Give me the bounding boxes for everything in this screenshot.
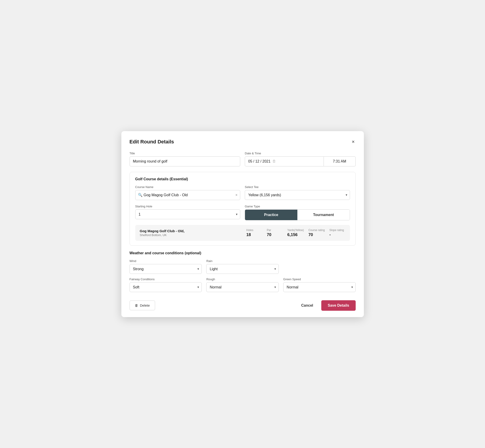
select-tee-dropdown[interactable]: Yellow (6,156 yards) White Red Blue <box>245 190 350 200</box>
wind-wrap: NoneLightModerateStrongVery Strong ▾ <box>129 264 202 274</box>
slope-rating-value: - <box>330 232 331 237</box>
green-speed-label: Green Speed <box>283 278 356 281</box>
search-icon: 🔍 <box>138 193 143 197</box>
course-name-label: Course Name <box>135 185 241 189</box>
course-name-main: Gog Magog Golf Club - Old, <box>140 229 242 233</box>
cancel-button[interactable]: Cancel <box>298 301 317 310</box>
course-rating-stat: Course rating 70 <box>308 229 325 237</box>
edit-round-modal: Edit Round Details × Title Date & Time 0… <box>121 131 364 317</box>
datetime-row: 05 / 12 / 2021 🗓 7:31 AM <box>245 156 356 166</box>
rough-label: Rough <box>206 278 279 281</box>
holes-stat: Holes 18 <box>246 229 262 237</box>
rough-wrap: NormalLongShort ▾ <box>206 282 279 292</box>
delete-label: Delete <box>140 304 150 307</box>
starting-hole-label: Starting Hole <box>135 205 241 208</box>
rough-field-group: Rough NormalLongShort ▾ <box>206 278 279 292</box>
modal-title: Edit Round Details <box>129 139 174 145</box>
fairway-wrap: SoftNormalHard ▾ <box>129 282 202 292</box>
weather-title: Weather and course conditions (optional) <box>129 251 356 255</box>
time-input-box[interactable]: 7:31 AM <box>324 156 356 166</box>
title-label: Title <box>129 152 241 155</box>
course-name-tee-row: Course Name 🔍 × Select Tee Yellow (6,156… <box>135 185 350 200</box>
rain-field-group: Rain NoneLightModerateHeavy ▾ <box>206 259 279 274</box>
top-row: Title Date & Time 05 / 12 / 2021 🗓 7:31 … <box>129 152 356 166</box>
slope-rating-stat: Slope rating - <box>330 229 345 237</box>
fairway-rough-green-row: Fairway Conditions SoftNormalHard ▾ Roug… <box>129 278 356 292</box>
course-rating-label: Course rating <box>308 229 325 232</box>
rain-dropdown[interactable]: NoneLightModerateHeavy <box>206 264 279 274</box>
starting-hole-wrap: 1234 5678 910 ▾ <box>135 209 241 219</box>
select-tee-label: Select Tee <box>245 185 350 189</box>
calendar-icon: 🗓 <box>272 159 276 163</box>
yards-value: 6,156 <box>287 232 298 237</box>
par-label: Par <box>267 229 271 232</box>
green-speed-dropdown[interactable]: SlowNormalFastVery Fast <box>283 282 356 292</box>
delete-button[interactable]: 🗑 Delete <box>129 301 155 310</box>
fairway-label: Fairway Conditions <box>129 278 202 281</box>
tournament-button[interactable]: Tournament <box>297 210 350 220</box>
date-input-box[interactable]: 05 / 12 / 2021 🗓 <box>245 156 324 166</box>
holes-value: 18 <box>246 232 251 237</box>
course-info-row: Gog Magog Golf Club - Old, Shelford Bott… <box>135 225 350 241</box>
green-speed-field-group: Green Speed SlowNormalFastVery Fast ▾ <box>283 278 356 292</box>
practice-button[interactable]: Practice <box>245 210 297 220</box>
clear-icon[interactable]: × <box>235 193 237 197</box>
yards-label: Yards(Yellow) <box>287 229 304 232</box>
par-value: 70 <box>267 232 271 237</box>
footer-right: Cancel Save Details <box>298 300 356 311</box>
starting-hole-field-group: Starting Hole 1234 5678 910 ▾ <box>135 205 241 220</box>
select-tee-wrap: Yellow (6,156 yards) White Red Blue ▾ <box>245 190 350 200</box>
course-name-sub: Shelford Bottom, UK <box>140 233 242 237</box>
rain-label: Rain <box>206 259 279 263</box>
rough-dropdown[interactable]: NormalLongShort <box>206 282 279 292</box>
golf-course-title: Golf Course details (Essential) <box>135 177 350 181</box>
modal-footer: 🗑 Delete Cancel Save Details <box>129 297 356 311</box>
trash-icon: 🗑 <box>135 304 138 307</box>
course-name-search-wrap: 🔍 × <box>135 190 241 200</box>
fairway-field-group: Fairway Conditions SoftNormalHard ▾ <box>129 278 202 292</box>
fairway-dropdown[interactable]: SoftNormalHard <box>129 282 202 292</box>
save-button[interactable]: Save Details <box>321 300 356 311</box>
slope-rating-label: Slope rating <box>330 229 344 232</box>
golf-course-section: Golf Course details (Essential) Course N… <box>129 172 356 246</box>
time-value: 7:31 AM <box>333 159 346 163</box>
wind-label: Wind <box>129 259 202 263</box>
wind-rain-row: Wind NoneLightModerateStrongVery Strong … <box>129 259 356 274</box>
wind-dropdown[interactable]: NoneLightModerateStrongVery Strong <box>129 264 202 274</box>
wind-field-group: Wind NoneLightModerateStrongVery Strong … <box>129 259 202 274</box>
course-rating-value: 70 <box>308 232 313 237</box>
modal-header: Edit Round Details × <box>129 138 356 145</box>
date-value: 05 / 12 / 2021 <box>248 159 270 163</box>
course-name-input[interactable] <box>135 190 241 200</box>
yards-stat: Yards(Yellow) 6,156 <box>287 229 304 237</box>
starting-hole-game-type-row: Starting Hole 1234 5678 910 ▾ Game Type … <box>135 205 350 220</box>
close-button[interactable]: × <box>351 138 356 145</box>
datetime-field-group: Date & Time 05 / 12 / 2021 🗓 7:31 AM <box>245 152 356 166</box>
par-stat: Par 70 <box>267 229 283 237</box>
game-type-field-group: Game Type Practice Tournament <box>245 205 350 220</box>
holes-label: Holes <box>246 229 253 232</box>
starting-hole-dropdown[interactable]: 1234 5678 910 <box>135 209 241 219</box>
title-field-group: Title <box>129 152 241 166</box>
game-type-toggle: Practice Tournament <box>245 209 350 220</box>
weather-section: Weather and course conditions (optional)… <box>129 251 356 292</box>
rain-wrap: NoneLightModerateHeavy ▾ <box>206 264 279 274</box>
course-name-field-group: Course Name 🔍 × <box>135 185 241 200</box>
select-tee-field-group: Select Tee Yellow (6,156 yards) White Re… <box>245 185 350 200</box>
course-name-block: Gog Magog Golf Club - Old, Shelford Bott… <box>140 229 242 237</box>
game-type-label: Game Type <box>245 205 350 208</box>
datetime-label: Date & Time <box>245 152 356 155</box>
title-input[interactable] <box>129 156 241 166</box>
green-speed-wrap: SlowNormalFastVery Fast ▾ <box>283 282 356 292</box>
